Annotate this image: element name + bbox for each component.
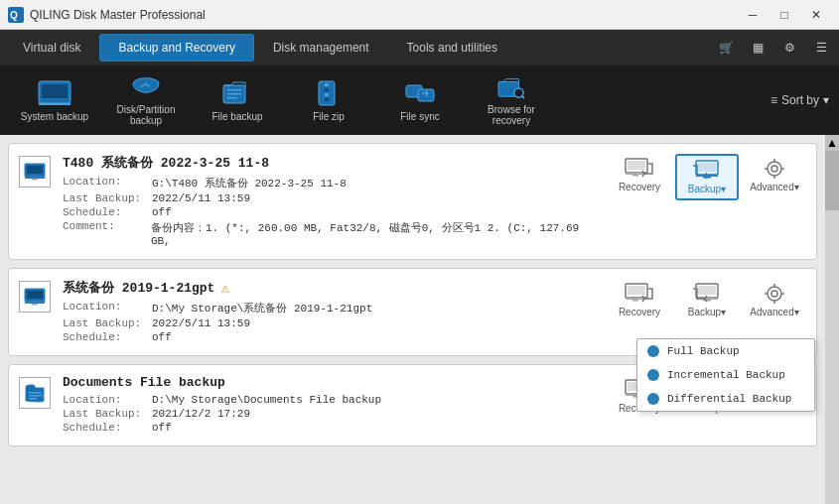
dot-differential-backup xyxy=(647,393,659,405)
advanced-button-t480[interactable]: Advanced▾ xyxy=(743,154,806,196)
svg-rect-3 xyxy=(42,84,68,98)
backup-button-t480[interactable]: Backup▾ xyxy=(675,154,739,200)
dot-incremental-backup xyxy=(647,369,659,381)
svg-rect-45 xyxy=(632,300,638,302)
svg-rect-12 xyxy=(325,88,329,91)
dropdown-differential-backup[interactable]: Differential Backup xyxy=(637,387,814,411)
recovery-button-2019[interactable]: Recovery xyxy=(608,279,671,321)
hamburger-icon[interactable]: ☰ xyxy=(807,34,835,62)
app-title: QILING Disk Master Professional xyxy=(30,8,738,22)
svg-point-51 xyxy=(771,291,777,297)
tab-disk-management[interactable]: Disk management xyxy=(254,34,388,62)
svg-rect-11 xyxy=(325,83,329,86)
svg-rect-23 xyxy=(32,179,38,181)
card-info-2019: 系统备份 2019-1-21gpt ⚠ Location: D:\My Stor… xyxy=(63,279,600,345)
toolbar-browse-recovery[interactable]: Browse forrecovery xyxy=(467,70,556,130)
backup-dropdown-menu: Full Backup Incremental Backup Different… xyxy=(636,338,815,412)
svg-rect-9 xyxy=(227,97,237,99)
settings-icon[interactable]: ⚙ xyxy=(775,34,803,62)
card-icon-t480 xyxy=(19,156,51,188)
svg-rect-13 xyxy=(325,93,329,96)
svg-rect-39 xyxy=(27,291,43,299)
card-info-t480: T480 系统备份 2022-3-25 11-8 Location: G:\T4… xyxy=(63,154,600,249)
svg-rect-25 xyxy=(628,161,645,170)
content-area: T480 系统备份 2022-3-25 11-8 Location: G:\T4… xyxy=(0,135,825,504)
svg-rect-58 xyxy=(29,398,37,400)
list-icon[interactable]: ▦ xyxy=(744,34,771,62)
title-bar: Q QILING Disk Master Professional ─ □ ✕ xyxy=(0,0,839,30)
svg-rect-8 xyxy=(227,93,241,95)
toolbar-file-backup[interactable]: File backup xyxy=(193,70,282,130)
svg-text:Q: Q xyxy=(10,10,18,21)
svg-rect-27 xyxy=(632,175,638,177)
svg-rect-47 xyxy=(698,286,716,295)
tab-virtual-disk[interactable]: Virtual disk xyxy=(4,34,99,62)
recovery-button-t480[interactable]: Recovery xyxy=(608,154,671,196)
dropdown-full-backup[interactable]: Full Backup xyxy=(637,339,814,363)
svg-point-32 xyxy=(768,162,781,176)
toolbar-file-zip[interactable]: File zip xyxy=(284,70,373,130)
minimize-button[interactable]: ─ xyxy=(738,5,768,25)
card-icon-documents xyxy=(19,377,51,409)
menu-tabs: Virtual disk Backup and Recovery Disk ma… xyxy=(0,30,839,65)
svg-point-33 xyxy=(771,166,777,172)
window-controls: ─ □ ✕ xyxy=(738,5,831,25)
svg-rect-29 xyxy=(698,163,716,172)
maximize-button[interactable]: □ xyxy=(769,5,799,25)
tab-backup-recovery[interactable]: Backup and Recovery xyxy=(99,34,253,62)
svg-point-50 xyxy=(768,287,781,301)
app-icon: Q xyxy=(8,7,24,23)
toolbar-system-backup[interactable]: System backup xyxy=(10,70,99,130)
cart-icon[interactable]: 🛒 xyxy=(712,34,740,62)
card-actions-t480: Recovery Backup▾ xyxy=(608,154,806,200)
backup-button-2019[interactable]: Backup▾ xyxy=(675,279,739,321)
svg-point-18 xyxy=(514,88,523,97)
svg-rect-21 xyxy=(27,166,43,174)
scrollbar[interactable]: ▲ xyxy=(825,135,839,504)
svg-rect-7 xyxy=(227,89,241,91)
scroll-up-button[interactable]: ▲ xyxy=(825,135,839,151)
main-content: T480 系统备份 2022-3-25 11-8 Location: G:\T4… xyxy=(0,135,839,504)
toolbar-file-sync[interactable]: File sync xyxy=(375,70,465,130)
scroll-thumb[interactable] xyxy=(825,151,839,210)
close-button[interactable]: ✕ xyxy=(801,5,831,25)
svg-rect-4 xyxy=(39,103,70,105)
toolbar-disk-partition-backup[interactable]: Disk/Partitionbackup xyxy=(101,70,191,130)
svg-rect-56 xyxy=(29,392,41,394)
svg-rect-14 xyxy=(325,98,329,101)
warning-icon-2019: ⚠ xyxy=(220,280,228,297)
svg-rect-43 xyxy=(628,286,645,295)
tab-tools-utilities[interactable]: Tools and utilities xyxy=(388,34,516,62)
menu-right-icons: 🛒 ▦ ⚙ ☰ xyxy=(712,34,835,62)
svg-rect-22 xyxy=(25,177,45,179)
toolbar: System backup Disk/Partitionbackup File … xyxy=(0,65,839,135)
svg-line-19 xyxy=(522,96,524,98)
svg-rect-40 xyxy=(25,302,45,304)
dropdown-incremental-backup[interactable]: Incremental Backup xyxy=(637,363,814,387)
backup-card-t480: T480 系统备份 2022-3-25 11-8 Location: G:\T4… xyxy=(8,143,817,260)
advanced-button-2019[interactable]: Advanced▾ xyxy=(743,279,806,321)
card-icon-2019 xyxy=(19,281,51,313)
sort-by-control[interactable]: ≡ Sort by ▾ xyxy=(770,93,829,107)
svg-rect-41 xyxy=(32,304,38,306)
card-actions-2019: Recovery Backup▾ xyxy=(608,279,806,321)
dot-full-backup xyxy=(647,345,659,357)
card-info-documents: Documents File backup Location: D:\My St… xyxy=(63,375,600,436)
